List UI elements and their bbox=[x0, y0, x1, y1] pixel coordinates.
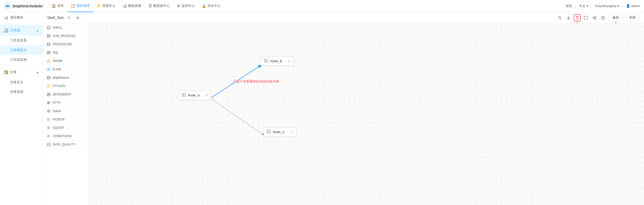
overview-icon: 📊 bbox=[4, 16, 8, 19]
search-btn[interactable] bbox=[556, 14, 563, 21]
sql-icon bbox=[47, 51, 51, 55]
task-item-spark[interactable]: SPARK bbox=[43, 57, 88, 65]
task-item-datax[interactable]: DataX bbox=[43, 107, 88, 115]
sidebar-sub-task-instance[interactable]: 任务实例 bbox=[0, 87, 43, 97]
task-item-data-quality[interactable]: DATA_QUALITY bbox=[43, 140, 88, 149]
workspace: SHELL SUB_PROCESS PROCEDURE bbox=[43, 24, 644, 205]
sidebar-item-project-overview[interactable]: 📊 项目概览 bbox=[0, 12, 43, 23]
divider3: | bbox=[622, 4, 623, 8]
canvas-container: Shell_Test ✎ ⧉ 2 bbox=[43, 12, 644, 205]
task-item-sqoop[interactable]: SQOOP bbox=[43, 124, 88, 132]
sidebar-sub-workflow-definition[interactable]: 工作流定义 bbox=[0, 45, 43, 55]
canvas-grid bbox=[89, 24, 644, 205]
resource-icon: 📁 bbox=[97, 4, 101, 8]
download-btn[interactable] bbox=[565, 14, 572, 21]
node-b-name: Node_B bbox=[270, 59, 286, 63]
task-item-mapreduce[interactable]: MapReduce bbox=[43, 74, 88, 82]
task-item-pigeon[interactable]: PIGEON bbox=[43, 115, 88, 124]
nav-monitor[interactable]: 🖥 监控中心 bbox=[173, 0, 198, 12]
nav-security[interactable]: 🔒 安全中心 bbox=[198, 0, 224, 12]
dag-btn[interactable] bbox=[591, 14, 598, 21]
save-button[interactable]: 保存 3 bbox=[608, 14, 623, 21]
svg-rect-14 bbox=[47, 68, 50, 71]
main-content: Shell_Test ✎ ⧉ 2 bbox=[43, 12, 644, 205]
nav-dataquality[interactable]: 📊 数据质量 bbox=[119, 0, 145, 12]
svg-rect-30 bbox=[264, 59, 268, 63]
sidebar: 📊 项目概览 🔄 工作流 ▲ 工作流关系 工作流定义 工作流实例 ✅ 任务 bbox=[0, 12, 43, 205]
node-b[interactable]: Node_B ⚙ bbox=[261, 56, 294, 66]
canvas-toolbar-left: Shell_Test ✎ ⧉ bbox=[47, 15, 81, 21]
monitor-icon: 🖥 bbox=[177, 4, 180, 8]
workflow-edit-btn[interactable]: ✎ bbox=[66, 15, 72, 21]
sqoop-icon bbox=[47, 126, 51, 130]
canvas-toolbar-right: 2 保存 3 关闭 bbox=[556, 14, 640, 21]
datasource-icon: 🗄 bbox=[148, 4, 152, 8]
task-icon: ✅ bbox=[4, 70, 8, 74]
delete-btn[interactable]: 2 bbox=[574, 14, 581, 21]
node-a-icon bbox=[182, 93, 186, 98]
workflow-icon: 🔄 bbox=[4, 29, 8, 32]
task-item-shell[interactable]: SHELL bbox=[43, 24, 88, 32]
node-c-icon bbox=[267, 130, 271, 134]
node-c[interactable]: Node_C ⚙ bbox=[263, 127, 296, 137]
divider1: | bbox=[575, 4, 576, 8]
dataquality-icon: 📊 bbox=[123, 4, 127, 8]
svg-point-5 bbox=[595, 18, 596, 19]
task-item-procedure[interactable]: PROCEDURE bbox=[43, 40, 88, 49]
task-item-flink[interactable]: FLINK bbox=[43, 65, 88, 74]
task-item-conditions[interactable]: CONDITIONS bbox=[43, 132, 88, 140]
home-icon: 🏠 bbox=[52, 4, 56, 8]
canvas[interactable]: ①选中需要删除的连线或者依赖 Node_A ⚙ N bbox=[89, 24, 644, 205]
python-icon bbox=[47, 84, 51, 88]
svg-rect-31 bbox=[267, 130, 270, 133]
task-arrow: ▲ bbox=[36, 71, 39, 74]
sidebar-item-workflow[interactable]: 🔄 工作流 ▲ bbox=[0, 25, 43, 36]
task-item-http[interactable]: HTTP bbox=[43, 99, 88, 107]
user-menu[interactable]: 👤 admin bbox=[626, 4, 640, 8]
task-item-subprocess[interactable]: SUB_PROCESS bbox=[43, 32, 88, 40]
theme-selector[interactable]: 深色 bbox=[565, 4, 572, 8]
sidebar-divider1 bbox=[0, 24, 43, 24]
datax-icon bbox=[47, 109, 51, 113]
nav-project[interactable]: 📋 项目管理 bbox=[67, 0, 93, 12]
workflow-copy-btn[interactable]: ⧉ bbox=[75, 15, 81, 21]
sidebar-sub-workflow-instance[interactable]: 工作流实例 bbox=[0, 55, 43, 65]
nav-resource[interactable]: 📁 资源中心 bbox=[93, 0, 119, 12]
sidebar-sub-task-definition[interactable]: 任务定义 bbox=[0, 77, 43, 87]
node-c-name: Node_C bbox=[273, 130, 288, 134]
node-c-setting[interactable]: ⚙ bbox=[290, 130, 293, 134]
task-item-dependent[interactable]: DEPENDENT bbox=[43, 90, 88, 99]
svg-rect-7 bbox=[47, 26, 50, 29]
project-icon: 📋 bbox=[71, 4, 75, 8]
node-a-setting[interactable]: ⚙ bbox=[205, 94, 208, 97]
workflow-arrow: ▲ bbox=[36, 29, 39, 32]
svg-point-4 bbox=[595, 16, 596, 17]
node-b-icon bbox=[264, 59, 268, 64]
navbar-right: 深色 | 中文 ▾ | Asia/Shanghai ▾ | 👤 admin bbox=[565, 4, 640, 8]
subprocess-icon bbox=[47, 34, 51, 38]
sidebar-sub-workflow-relation[interactable]: 工作流关系 bbox=[0, 36, 43, 45]
node-a[interactable]: Node_A ⚙ bbox=[179, 91, 211, 100]
svg-point-2 bbox=[559, 16, 561, 18]
info-btn[interactable] bbox=[599, 14, 607, 21]
language-selector[interactable]: 中文 ▾ bbox=[579, 4, 588, 8]
flink-icon bbox=[47, 67, 51, 71]
nav-datasource[interactable]: 🗄 数据源中心 bbox=[145, 0, 173, 12]
fullscreen-btn[interactable] bbox=[582, 14, 589, 21]
svg-point-3 bbox=[593, 17, 594, 18]
svg-rect-26 bbox=[47, 143, 50, 146]
svg-point-24 bbox=[47, 127, 50, 129]
task-item-python[interactable]: PYTHON bbox=[43, 82, 88, 90]
nav-home[interactable]: 🏠 首页 bbox=[48, 0, 67, 12]
node-a-name: Node_A bbox=[188, 93, 203, 97]
timezone-selector[interactable]: Asia/Shanghai ▾ bbox=[595, 4, 619, 8]
svg-marker-13 bbox=[47, 59, 50, 63]
sidebar-item-task[interactable]: ✅ 任务 ▲ bbox=[0, 67, 43, 77]
node-b-setting[interactable]: ⚙ bbox=[288, 59, 290, 63]
workflow-name: Shell_Test bbox=[47, 16, 64, 20]
logo[interactable]: DolphinScheduler bbox=[4, 3, 43, 10]
close-button[interactable]: 关闭 bbox=[625, 14, 640, 21]
task-item-sql[interactable]: SQL bbox=[43, 49, 88, 57]
shell-icon bbox=[47, 26, 51, 30]
nav-items: 🏠 首页 📋 项目管理 📁 资源中心 📊 数据质量 🗄 数据源中心 🖥 监控中心… bbox=[48, 0, 565, 12]
